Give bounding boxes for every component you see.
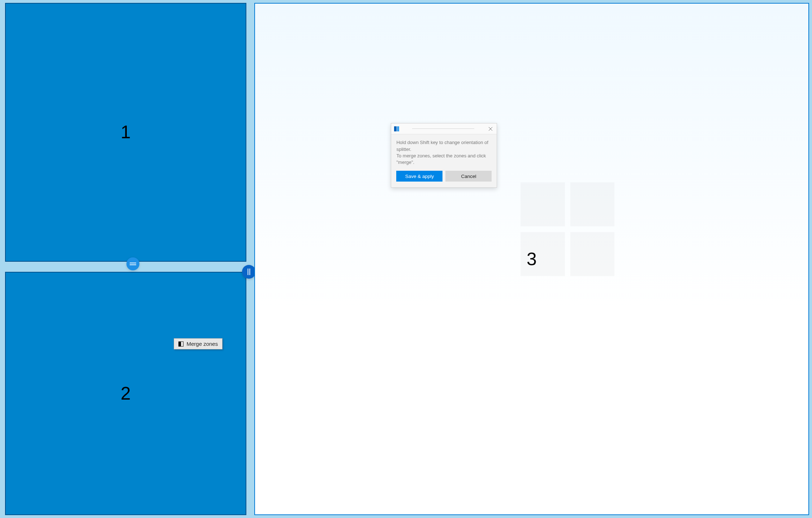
vertical-splitter-handle-icon[interactable] xyxy=(242,265,256,279)
dialog-button-row: Save & apply Cancel xyxy=(396,171,492,182)
cancel-button[interactable]: Cancel xyxy=(445,171,492,182)
dialog-body: Hold down Shift key to change orientatio… xyxy=(391,134,497,187)
fancyzones-app-icon xyxy=(394,126,399,131)
editor-dialog: Hold down Shift key to change orientatio… xyxy=(391,123,497,188)
save-apply-button[interactable]: Save & apply xyxy=(396,171,442,182)
zone-1[interactable]: 1 xyxy=(5,3,246,262)
close-icon xyxy=(489,127,492,131)
dialog-close-button[interactable] xyxy=(485,123,496,134)
merge-zones-button[interactable]: Merge zones xyxy=(174,338,223,349)
dialog-hint-text: Hold down Shift key to change orientatio… xyxy=(396,139,492,166)
vertical-splitter[interactable] xyxy=(246,3,252,515)
dialog-titlebar[interactable] xyxy=(391,123,497,134)
zone-3[interactable]: 3 xyxy=(254,3,809,515)
zone-group-left: 1 2 xyxy=(5,3,246,515)
zone-editor-canvas[interactable]: 1 2 3 Merge zones xyxy=(5,3,809,515)
merge-zones-label: Merge zones xyxy=(186,341,218,347)
merge-zones-icon xyxy=(178,341,183,347)
horizontal-splitter[interactable] xyxy=(5,262,246,266)
zone-3-label: 3 xyxy=(255,4,808,514)
dialog-title-separator xyxy=(412,129,474,129)
horizontal-splitter-handle-icon[interactable] xyxy=(126,257,139,270)
zone-2[interactable]: 2 xyxy=(5,272,246,515)
